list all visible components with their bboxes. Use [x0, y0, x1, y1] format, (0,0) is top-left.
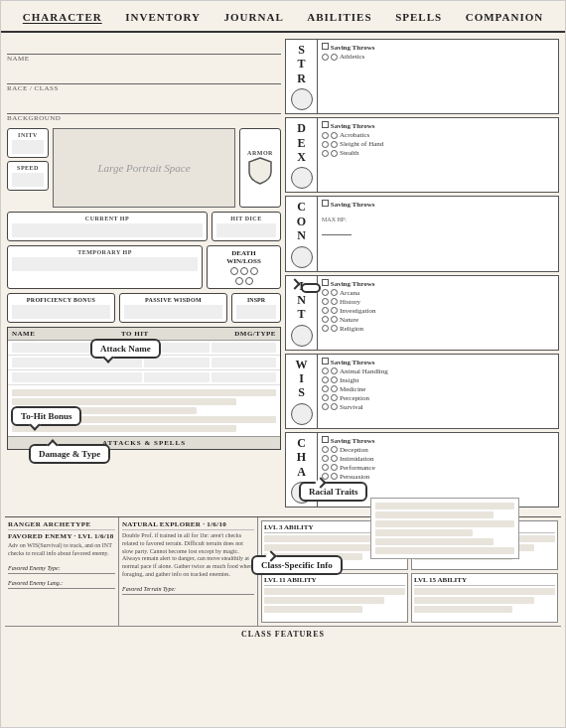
loss-circle-2[interactable] [245, 277, 253, 285]
str-athletics-dot2[interactable] [331, 54, 338, 61]
current-hp-box[interactable]: CURRENT HP [7, 212, 208, 241]
hit-dice-box[interactable]: HIT DICE [212, 212, 281, 241]
str-athletics-dot[interactable] [322, 54, 329, 61]
dex-block: DEX Saving Throws Acrobatics [285, 117, 559, 193]
attack-dmg-1[interactable] [212, 343, 277, 353]
loss-circle-1[interactable] [235, 277, 243, 285]
background-field[interactable]: BACKGROUND [7, 98, 281, 114]
int-religion-dot[interactable] [322, 325, 329, 332]
attack-note-line-1 [12, 389, 276, 396]
int-arcana-label: Arcana [340, 289, 359, 297]
wis-survival-dot2[interactable] [331, 403, 338, 410]
racial-traits-area[interactable] [370, 498, 519, 559]
wis-medicine-dot2[interactable] [331, 385, 338, 392]
max-hp-field[interactable] [322, 223, 352, 235]
int-investigation-dot[interactable] [322, 307, 329, 314]
win-circle-2[interactable] [240, 267, 248, 275]
death-saves-box[interactable]: DEATH WIN/LOSS [207, 245, 281, 289]
attack-dmg-2[interactable] [212, 358, 277, 367]
wis-medicine-dot[interactable] [322, 385, 329, 392]
cha-persuasion-dot2[interactable] [331, 473, 338, 480]
cha-deception-dot2[interactable] [331, 446, 338, 453]
proficiency-box[interactable]: PROFICIENCY BONUS [7, 293, 115, 323]
class-info-balloon: Class-Specific Info [251, 555, 343, 575]
lvl11-ability-box[interactable]: Lvl 11 Ability [261, 573, 408, 623]
str-mod[interactable] [291, 88, 313, 110]
wis-mod[interactable] [291, 403, 313, 425]
int-history-dot2[interactable] [331, 298, 338, 305]
temp-hp-box[interactable]: TEMPORARY HP [7, 245, 203, 289]
inspiration-box[interactable]: INSPR [231, 293, 281, 323]
dex-mod[interactable] [291, 167, 313, 189]
passive-wisdom-box[interactable]: PASSIVE WISDOM [119, 293, 227, 323]
int-nature-dot2[interactable] [331, 316, 338, 323]
nav-character[interactable]: CHARACTER [19, 9, 106, 25]
wis-perception-dot2[interactable] [331, 394, 338, 401]
wis-animal-dot[interactable] [322, 367, 329, 374]
armor-box[interactable]: ARMOR [239, 128, 281, 208]
int-save-check[interactable] [322, 279, 329, 286]
win-circle-3[interactable] [250, 267, 258, 275]
dex-sleight-dot[interactable] [322, 141, 329, 148]
nav-spells[interactable]: SPELLS [391, 9, 446, 25]
attack-dmg-3[interactable] [212, 372, 277, 382]
cha-save-check[interactable] [322, 436, 329, 443]
int-investigation-dot2[interactable] [331, 307, 338, 314]
character-info: NAME RACE / CLASS BACKGROUND [7, 39, 281, 114]
con-abbr: CON [297, 200, 306, 242]
attack-name-2[interactable] [12, 358, 142, 367]
wis-insight-dot[interactable] [322, 376, 329, 383]
con-save-header: Saving Throws [322, 200, 554, 209]
dex-stealth-dot2[interactable] [331, 150, 338, 157]
ranger-archetype-label: RANGER ARCHETYPE [8, 520, 115, 530]
name-label: NAME [7, 55, 30, 63]
dex-sleight-dot2[interactable] [331, 141, 338, 148]
attack-hit-3[interactable] [144, 372, 210, 382]
win-circle-1[interactable] [230, 267, 238, 275]
dex-score[interactable]: DEX [286, 118, 318, 192]
wis-animal-dot2[interactable] [331, 367, 338, 374]
int-mod[interactable] [291, 325, 313, 347]
wis-perception-dot[interactable] [322, 394, 329, 401]
race-class-field[interactable]: RACE / CLASS [7, 69, 281, 84]
natural-explorer-desc: Double Prof. if trained in all for 1hr: … [122, 532, 254, 579]
initv-box[interactable]: INITV [7, 128, 49, 158]
con-save-check[interactable] [322, 200, 329, 207]
dex-save-check[interactable] [322, 121, 329, 128]
cha-deception-dot[interactable] [322, 446, 329, 453]
int-arcana-dot2[interactable] [331, 289, 338, 296]
cha-intimidation-dot[interactable] [322, 455, 329, 462]
con-mod[interactable] [291, 246, 313, 268]
int-history-dot[interactable] [322, 298, 329, 305]
int-arcana-dot[interactable] [322, 289, 329, 296]
attack-hit-2[interactable] [144, 358, 210, 367]
nav-inventory[interactable]: INVENTORY [121, 9, 205, 25]
attack-name-3[interactable] [12, 372, 142, 382]
dex-stealth-dot[interactable] [322, 150, 329, 157]
int-religion-dot2[interactable] [331, 325, 338, 332]
nav-companion[interactable]: COMPANION [462, 9, 547, 25]
favored-enemy-lang-row: Favored Enemy Lang.: [8, 576, 115, 589]
cha-performance-dot[interactable] [322, 464, 329, 471]
wis-survival-dot[interactable] [322, 403, 329, 410]
cha-intimidation-label: Intimidation [340, 455, 374, 463]
str-score[interactable]: STR [286, 40, 318, 113]
wis-insight-dot2[interactable] [331, 376, 338, 383]
cha-intimidation-dot2[interactable] [331, 455, 338, 462]
wis-medicine-row: Medicine [322, 385, 554, 393]
con-score[interactable]: CON [286, 197, 318, 270]
speed-box[interactable]: SPEED [7, 161, 49, 191]
wis-score[interactable]: WIS [286, 355, 318, 428]
cha-performance-dot2[interactable] [331, 464, 338, 471]
nav-abilities[interactable]: ABILITIES [303, 9, 375, 25]
lvl15-ability-box[interactable]: Lvl 15 Ability [411, 573, 558, 623]
nav-journal[interactable]: JOURNAL [220, 9, 288, 25]
dex-acrobatics-dot2[interactable] [331, 132, 338, 139]
int-nature-dot[interactable] [322, 316, 329, 323]
dex-acrobatics-dot[interactable] [322, 132, 329, 139]
name-field[interactable]: NAME [7, 39, 281, 55]
racial-line-6 [375, 547, 514, 554]
str-save-check[interactable] [322, 43, 329, 50]
wis-save-check[interactable] [322, 358, 329, 364]
loss-circles [212, 277, 276, 285]
